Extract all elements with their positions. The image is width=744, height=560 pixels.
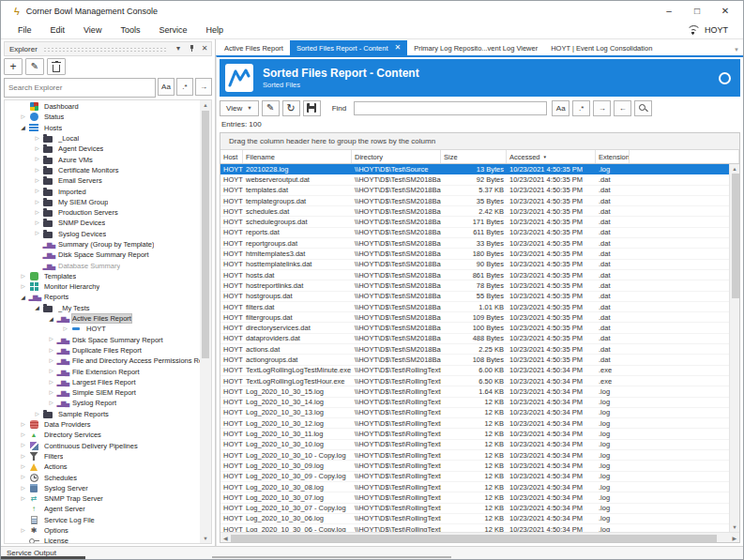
tree-item-simple-siem-report[interactable]: ▷Simple SIEM Report bbox=[5, 387, 200, 398]
tree-item-active-files-report[interactable]: ◢Active Files Report bbox=[5, 313, 200, 324]
table-row[interactable]: HOYTwebserveroutput.dat\\HOYT\D$\Test\SM… bbox=[220, 174, 729, 185]
table-row[interactable]: HOYThostgroups.dat\\HOYT\D$\Test\SM2018B… bbox=[220, 292, 729, 302]
table-row[interactable]: HOYTLog_2020_10_30_06.log\\HOYT\D$\Test\… bbox=[220, 514, 729, 524]
tree-item-actions[interactable]: ▷Actions bbox=[5, 462, 200, 472]
tree-item-continuous-delivery-pipelines[interactable]: ▷Continuous Delivery Pipelines bbox=[5, 441, 200, 451]
table-row[interactable]: HOYTTextLogRollingLogTestHour.exe\\HOYT\… bbox=[220, 376, 729, 386]
expand-icon[interactable]: ▷ bbox=[46, 358, 56, 364]
menu-service[interactable]: Service bbox=[149, 25, 196, 35]
menu-file[interactable]: File bbox=[8, 25, 41, 35]
maximize-button[interactable]: □ bbox=[683, 4, 711, 19]
table-row[interactable]: HOYTdirectoryservices.dat\\HOYT\D$\Test\… bbox=[220, 323, 729, 333]
column-header-directory[interactable]: Directory bbox=[352, 150, 441, 163]
tree-item-hosts[interactable]: ◢Hosts bbox=[5, 123, 200, 133]
tree-item-dashboard[interactable]: Dashboard bbox=[5, 101, 200, 112]
column-header-host[interactable]: Host bbox=[220, 150, 243, 163]
tree-item-largest-files-report[interactable]: ▷Largest Files Report bbox=[5, 377, 200, 387]
add-button[interactable]: + bbox=[4, 58, 23, 75]
tab-active-files-report[interactable]: Active Files Report bbox=[218, 40, 290, 55]
table-row[interactable]: HOYTLog_2020_10_30_09.log\\HOYT\D$\Test\… bbox=[220, 461, 729, 471]
tree-item-service-log-file[interactable]: Service Log File bbox=[5, 515, 200, 525]
table-row[interactable]: HOYTLog_2020_10_30_10.log\\HOYT\D$\Test\… bbox=[220, 440, 729, 450]
find-input[interactable] bbox=[354, 101, 547, 115]
tree-item-certificate-monitors[interactable]: ▷Certificate Monitors bbox=[5, 165, 200, 175]
expand-icon[interactable]: ▷ bbox=[32, 220, 42, 226]
collapse-icon[interactable]: ◢ bbox=[46, 316, 56, 322]
match-case-button[interactable]: Aa bbox=[158, 78, 175, 96]
regex-button[interactable]: .* bbox=[176, 78, 193, 96]
table-row[interactable]: HOYTtemplategroups.dat\\HOYT\D$\Test\SM2… bbox=[220, 196, 729, 206]
tree-item-duplicate-files-report[interactable]: ▷Duplicate Files Report bbox=[5, 345, 200, 356]
column-header-accessed[interactable]: Accessed▼ bbox=[507, 150, 596, 163]
tree-item-directory-services[interactable]: ▷Directory Services bbox=[5, 430, 200, 440]
minimize-button[interactable]: – bbox=[655, 4, 683, 19]
expand-icon[interactable]: ▷ bbox=[18, 443, 28, 448]
close-panel-icon[interactable]: ✕ bbox=[198, 45, 211, 53]
table-row[interactable]: HOYTLog_2020_10_30_06 - Copy.log\\HOYT\D… bbox=[220, 524, 729, 532]
expand-icon[interactable]: ▷ bbox=[18, 274, 28, 280]
expand-icon[interactable]: ▷ bbox=[18, 475, 28, 480]
table-row[interactable]: HOYTschedules.dat\\HOYT\D$\Test\SM2018Ba… bbox=[220, 206, 729, 217]
find-previous-button[interactable]: ← bbox=[614, 100, 631, 116]
expand-icon[interactable]: ▷ bbox=[18, 454, 28, 460]
tree-item-status[interactable]: ▷Status bbox=[5, 112, 200, 122]
expand-icon[interactable]: ▷ bbox=[32, 168, 42, 174]
pin-icon[interactable] bbox=[185, 44, 198, 54]
expand-icon[interactable]: ▷ bbox=[18, 486, 28, 492]
collapse-icon[interactable]: ◢ bbox=[32, 305, 42, 310]
menu-help[interactable]: Help bbox=[196, 25, 233, 35]
table-row[interactable]: HOYTreports.dat\\HOYT\D$\Test\SM2018Back… bbox=[220, 228, 729, 238]
group-by-bar[interactable]: Drag the column header here to group the… bbox=[220, 133, 739, 150]
expand-icon[interactable]: ▷ bbox=[18, 422, 28, 428]
collapse-icon[interactable]: ◢ bbox=[18, 295, 28, 300]
collapse-icon[interactable]: ◢ bbox=[18, 125, 28, 130]
expand-icon[interactable]: ▷ bbox=[18, 528, 28, 534]
scroll-down-icon[interactable]: ▼ bbox=[203, 536, 207, 541]
table-row[interactable]: HOYTLog_2020_10_30_07.log\\HOYT\D$\Test\… bbox=[220, 492, 729, 503]
table-row[interactable]: HOYTLog_2020_10_30_09 - Copy.log\\HOYT\D… bbox=[220, 472, 729, 482]
scroll-thumb[interactable] bbox=[732, 174, 739, 298]
tree-item-my-tests[interactable]: ◢_My Tests bbox=[5, 303, 200, 313]
table-row[interactable]: HOYThosts.dat\\HOYT\D$\Test\SM2018Backup… bbox=[220, 270, 729, 280]
table-row[interactable]: HOYTLog_2020_10_30_11.log\\HOYT\D$\Test\… bbox=[220, 429, 729, 439]
expand-icon[interactable]: ▷ bbox=[32, 136, 42, 142]
regex-button[interactable]: .* bbox=[572, 100, 590, 116]
search-button[interactable] bbox=[634, 100, 652, 116]
table-row[interactable]: HOYTLog_2020_10_30_15.log\\HOYT\D$\Test\… bbox=[220, 386, 729, 397]
tree-item-templates[interactable]: ▷Templates bbox=[5, 271, 200, 281]
tree-item-schedules[interactable]: ▷Schedules bbox=[5, 472, 200, 482]
menu-tools[interactable]: Tools bbox=[111, 25, 149, 35]
tree-item-disk-space-summary-report[interactable]: ▷Disk Space Summary Report bbox=[5, 335, 200, 345]
expand-icon[interactable]: ▷ bbox=[46, 390, 56, 396]
tree-item-syslog-devices[interactable]: ▷Syslog Devices bbox=[5, 229, 200, 239]
expand-icon[interactable]: ▷ bbox=[18, 464, 28, 470]
tab-hoyt-event-log-consolidation[interactable]: HOYT | Event Log Consolidation bbox=[544, 40, 659, 55]
scroll-right-icon[interactable]: ▶ bbox=[732, 535, 736, 541]
expand-icon[interactable]: ▷ bbox=[60, 326, 70, 332]
table-row[interactable]: HOYTLog_2020_10_30_13.log\\HOYT\D$\Test\… bbox=[220, 408, 729, 418]
table-row[interactable]: HOYTtemplates.dat\\HOYT\D$\Test\SM2018Ba… bbox=[220, 186, 729, 196]
expand-icon[interactable]: ▷ bbox=[32, 210, 42, 216]
table-row[interactable]: HOYTLog_2020_10_30_10 - Copy.log\\HOYT\D… bbox=[220, 450, 729, 461]
horizontal-scrollbar[interactable]: ◀ ▶ bbox=[220, 532, 739, 542]
expand-icon[interactable]: ▷ bbox=[46, 369, 56, 374]
tree-item-agent-devices[interactable]: ▷Agent Devices bbox=[5, 144, 200, 154]
menu-view[interactable]: View bbox=[74, 25, 111, 35]
expand-icon[interactable]: ▷ bbox=[18, 432, 28, 438]
table-row[interactable]: HOYTactiongroups.dat\\HOYT\D$\Test\SM201… bbox=[220, 355, 729, 365]
drag-handle[interactable] bbox=[43, 47, 166, 52]
tree-item-disk-space-summary-report[interactable]: Disk Space Summary Report bbox=[5, 250, 200, 260]
refresh-button[interactable]: ↻ bbox=[282, 100, 300, 116]
table-row[interactable]: HOYTactions.dat\\HOYT\D$\Test\SM2018Back… bbox=[220, 344, 729, 355]
search-next-button[interactable]: → bbox=[195, 78, 212, 96]
tree-item-agent-server[interactable]: Agent Server bbox=[5, 504, 200, 514]
table-row[interactable]: HOYTLog_2020_10_30_12.log\\HOYT\D$\Test\… bbox=[220, 418, 729, 429]
find-next-button[interactable]: → bbox=[593, 100, 611, 116]
expand-icon[interactable]: ▷ bbox=[32, 231, 42, 236]
column-header-size[interactable]: Size bbox=[441, 150, 507, 163]
table-row[interactable]: HOYTLog_2020_10_30_07 - Copy.log\\HOYT\D… bbox=[220, 504, 729, 514]
tree-item-license[interactable]: License bbox=[5, 536, 200, 543]
close-button[interactable]: ✕ bbox=[711, 4, 739, 19]
tree-item-azure-vms[interactable]: ▷Azure VMs bbox=[5, 154, 200, 164]
table-row[interactable]: HOYTLog_2020_10_30_08.log\\HOYT\D$\Test\… bbox=[220, 482, 729, 492]
